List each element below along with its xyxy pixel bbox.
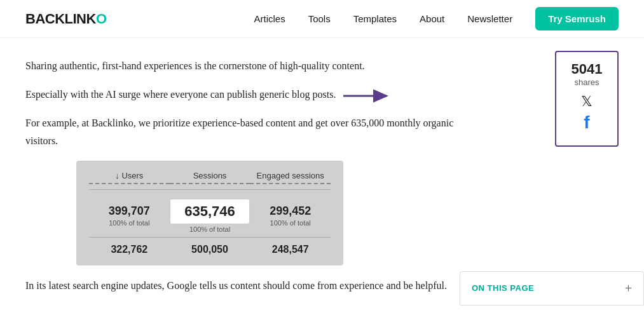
- cell-users-2: 322,762: [89, 244, 170, 255]
- col-engaged: Engaged sessions: [250, 171, 331, 184]
- paragraph-1: Sharing authentic, first-hand experience…: [25, 57, 458, 74]
- nav-newsletter[interactable]: Newsletter: [467, 13, 512, 24]
- article-content: Sharing authentic, first-hand experience…: [25, 57, 458, 305]
- main-nav: Articles Tools Templates About Newslette…: [254, 7, 619, 30]
- analytics-table: ↓ Users Sessions Engaged sessions 399,70…: [76, 161, 343, 265]
- cell-engaged-2: 248,547: [250, 244, 331, 255]
- header: BACKLINKO Articles Tools Templates About…: [0, 0, 644, 38]
- nav-templates[interactable]: Templates: [353, 13, 397, 24]
- paragraph-4: In its latest search engine updates, Goo…: [25, 277, 458, 294]
- table-row-1: 399,707 100% of total 635,746 100% of to…: [89, 199, 331, 233]
- main-content: Sharing authentic, first-hand experience…: [0, 38, 644, 305]
- nav-about[interactable]: About: [420, 13, 444, 24]
- share-label: shares: [563, 77, 611, 87]
- cell-users-1: 399,707 100% of total: [89, 205, 170, 227]
- col-sessions: Sessions: [170, 171, 250, 184]
- cell-engaged-1: 299,452 100% of total: [250, 205, 331, 227]
- arrow-icon: [343, 89, 394, 103]
- on-this-page-label: ON THIS PAGE: [472, 283, 534, 293]
- cell-sessions-1: 635,746 100% of total: [170, 199, 250, 233]
- logo[interactable]: BACKLINKO: [25, 11, 107, 27]
- share-count: 5041: [563, 61, 611, 77]
- col-users: ↓ Users: [89, 171, 170, 184]
- share-widget: 5041 shares 𝕏 f: [555, 51, 619, 147]
- facebook-icon[interactable]: f: [563, 114, 611, 131]
- nav-articles[interactable]: Articles: [254, 13, 285, 24]
- paragraph-2: Especially with the AI surge where every…: [25, 86, 458, 103]
- table-row-2: 322,762 500,050 248,547: [89, 237, 331, 255]
- on-this-page-panel[interactable]: ON THIS PAGE +: [460, 271, 644, 305]
- nav-tools[interactable]: Tools: [308, 13, 331, 24]
- cell-sessions-2: 500,050: [170, 244, 250, 255]
- expand-icon[interactable]: +: [625, 282, 632, 295]
- try-semrush-button[interactable]: Try Semrush: [535, 7, 619, 30]
- twitter-icon[interactable]: 𝕏: [563, 95, 611, 109]
- paragraph-3: For example, at Backlinko, we prioritize…: [25, 114, 458, 149]
- table-header: ↓ Users Sessions Engaged sessions: [89, 171, 331, 190]
